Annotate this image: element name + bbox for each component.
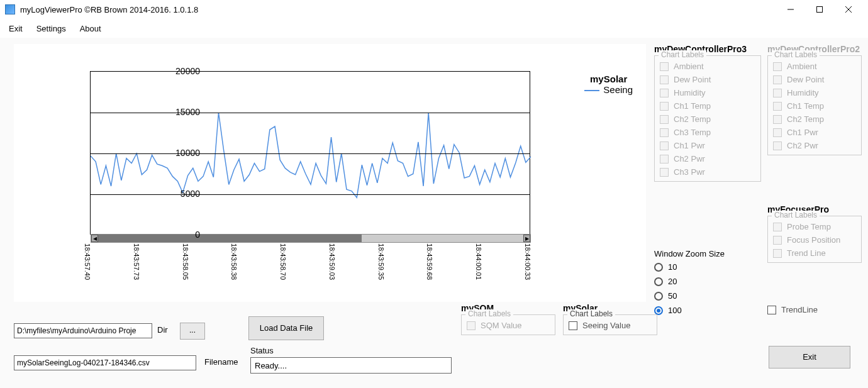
focuser-checkbox-1 bbox=[773, 236, 782, 245]
filename-input[interactable] bbox=[14, 355, 196, 370]
filename-label: Filename bbox=[204, 357, 238, 367]
dew3-checkbox-2 bbox=[660, 89, 669, 97]
panel-sqm-group-label: Chart Labels bbox=[465, 309, 513, 318]
dew2-checkbox-6 bbox=[773, 141, 782, 150]
dew3-label-7: Ch2 Pwr bbox=[674, 154, 705, 164]
dew3-checkbox-0 bbox=[660, 62, 669, 71]
dew3-label-8: Ch3 Pwr bbox=[674, 167, 705, 177]
scroll-left-icon[interactable]: ◀ bbox=[91, 235, 98, 242]
dir-browse-button[interactable]: ... bbox=[180, 323, 205, 340]
maximize-button[interactable] bbox=[805, 0, 834, 19]
dew2-row-0: Ambient bbox=[773, 60, 856, 73]
y-tick-label: 15000 bbox=[137, 107, 200, 117]
zoom-label-10: 10 bbox=[668, 262, 677, 272]
scroll-right-icon[interactable]: ▶ bbox=[523, 235, 530, 242]
focuser-row-0: Probe Temp bbox=[773, 220, 856, 233]
panel-zoom: Window Zoom Size 102050100 bbox=[654, 249, 761, 318]
focuser-label-1: Focus Position bbox=[787, 235, 840, 245]
zoom-radio-50[interactable] bbox=[654, 292, 663, 301]
dew3-label-1: Dew Point bbox=[674, 75, 711, 84]
dew2-checkbox-3 bbox=[773, 102, 782, 111]
dew2-label-6: Ch2 Pwr bbox=[787, 141, 818, 150]
zoom-label-100: 100 bbox=[668, 306, 682, 315]
dew2-row-1: Dew Point bbox=[773, 73, 856, 86]
x-tick-label: 18:43:59.03 bbox=[298, 243, 336, 244]
x-tick-label: 18:43:57.73 bbox=[103, 243, 140, 244]
panel-zoom-title: Window Zoom Size bbox=[654, 249, 761, 258]
load-button[interactable]: Load Data File bbox=[248, 316, 324, 340]
menu-about[interactable]: About bbox=[80, 24, 101, 33]
dew2-label-1: Dew Point bbox=[787, 75, 824, 84]
dew2-checkbox-4 bbox=[773, 115, 782, 124]
chart-title: mySolar bbox=[584, 74, 633, 84]
zoom-radio-10[interactable] bbox=[654, 263, 663, 272]
solar-label-0: Seeing Value bbox=[582, 321, 630, 330]
solar-checkbox-0[interactable] bbox=[569, 321, 577, 330]
zoom-label-50: 50 bbox=[668, 291, 677, 301]
dew2-checkbox-0 bbox=[773, 62, 782, 71]
dir-input[interactable] bbox=[14, 323, 152, 338]
x-tick-label: 18:44:00.33 bbox=[494, 243, 531, 244]
panel-dew2-group: Chart Labels AmbientDew PointHumidityCh1… bbox=[767, 55, 862, 155]
chart-panel: ◀ ▶ mySolar Seeing 050001000015000200001… bbox=[14, 44, 646, 302]
x-tick-label: 18:43:59.68 bbox=[396, 243, 433, 244]
dew3-row-4: Ch2 Temp bbox=[660, 113, 755, 126]
trendline-checkbox[interactable] bbox=[767, 306, 776, 314]
svg-rect-1 bbox=[817, 7, 823, 13]
dew2-checkbox-2 bbox=[773, 89, 782, 97]
focuser-row-2: Trend Line bbox=[773, 247, 856, 260]
panel-focuser-group: Chart Labels Probe TempFocus PositionTre… bbox=[767, 216, 862, 263]
sqm-checkbox-0 bbox=[467, 321, 476, 330]
menubar: Exit Settings About bbox=[0, 19, 868, 38]
minimize-button[interactable] bbox=[776, 0, 805, 19]
panel-dew3-group: Chart Labels AmbientDew PointHumidityCh1… bbox=[654, 55, 761, 182]
dew3-row-6: Ch1 Pwr bbox=[660, 139, 755, 152]
dew3-checkbox-5 bbox=[660, 128, 669, 137]
y-tick-label: 0 bbox=[137, 230, 200, 240]
zoom-option-100[interactable]: 100 bbox=[654, 303, 761, 318]
dew3-label-2: Humidity bbox=[674, 88, 706, 97]
panel-dew2-group-label: Chart Labels bbox=[772, 50, 820, 59]
x-tick-label: 18:43:58.70 bbox=[249, 243, 287, 244]
zoom-option-20[interactable]: 20 bbox=[654, 274, 761, 289]
dew3-checkbox-4 bbox=[660, 115, 669, 124]
dew3-label-3: Ch1 Temp bbox=[674, 101, 711, 111]
close-button[interactable] bbox=[834, 0, 863, 19]
window-controls bbox=[776, 0, 863, 19]
legend-swatch bbox=[584, 90, 599, 91]
zoom-option-50[interactable]: 50 bbox=[654, 289, 761, 303]
exit-button[interactable]: Exit bbox=[769, 346, 850, 369]
focuser-checkbox-0 bbox=[773, 223, 782, 231]
status-field[interactable] bbox=[250, 357, 452, 374]
menu-settings[interactable]: Settings bbox=[36, 24, 66, 33]
dew3-row-3: Ch1 Temp bbox=[660, 99, 755, 113]
dew2-label-3: Ch1 Temp bbox=[787, 101, 824, 111]
dew3-row-1: Dew Point bbox=[660, 73, 755, 86]
focuser-row-1: Focus Position bbox=[773, 233, 856, 247]
dew3-row-7: Ch2 Pwr bbox=[660, 152, 755, 165]
panel-dew2: myDewControllerPro2 Chart Labels Ambient… bbox=[767, 44, 862, 155]
x-tick-label: 18:43:57.40 bbox=[53, 243, 91, 244]
dew2-row-3: Ch1 Temp bbox=[773, 99, 856, 113]
sqm-row-0: SQM Value bbox=[467, 319, 550, 332]
zoom-option-10[interactable]: 10 bbox=[654, 260, 761, 274]
y-tick-label: 10000 bbox=[137, 148, 200, 158]
dew2-checkbox-5 bbox=[773, 128, 782, 137]
chart-legend: mySolar Seeing bbox=[584, 74, 633, 95]
dew3-checkbox-6 bbox=[660, 141, 669, 150]
panel-sqm-group: Chart Labels SQM Value bbox=[461, 314, 555, 335]
dew3-checkbox-1 bbox=[660, 75, 669, 84]
zoom-radio-20[interactable] bbox=[654, 277, 663, 286]
zoom-label-20: 20 bbox=[668, 277, 677, 286]
dew3-checkbox-8 bbox=[660, 168, 669, 177]
client-area: ◀ ▶ mySolar Seeing 050001000015000200001… bbox=[0, 38, 868, 388]
titlebar-title: myLogViewerPro ©RB Brown 2014-2016. 1.0.… bbox=[20, 5, 776, 14]
trendline-label: TrendLine bbox=[781, 305, 818, 314]
panel-solar: mySolar Chart Labels Seeing Value bbox=[563, 303, 657, 335]
x-tick-label: 18:43:58.38 bbox=[200, 243, 238, 244]
sqm-label-0: SQM Value bbox=[481, 321, 522, 330]
app-icon bbox=[5, 4, 15, 14]
dew2-label-0: Ambient bbox=[787, 62, 817, 71]
menu-exit[interactable]: Exit bbox=[9, 24, 23, 33]
y-tick-label: 20000 bbox=[137, 66, 200, 76]
